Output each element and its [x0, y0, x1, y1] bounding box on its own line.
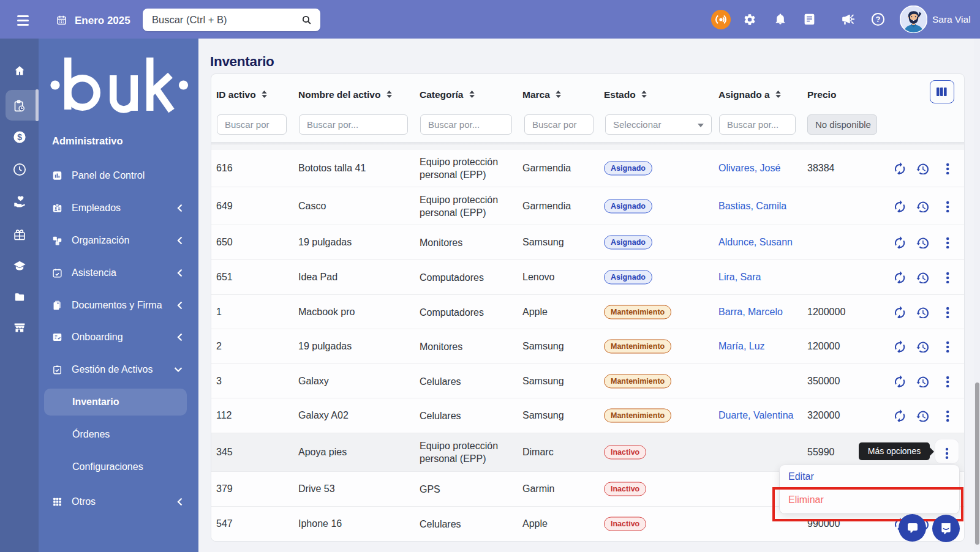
svg-text:$: $: [17, 133, 22, 142]
svg-text:?: ?: [876, 15, 881, 24]
